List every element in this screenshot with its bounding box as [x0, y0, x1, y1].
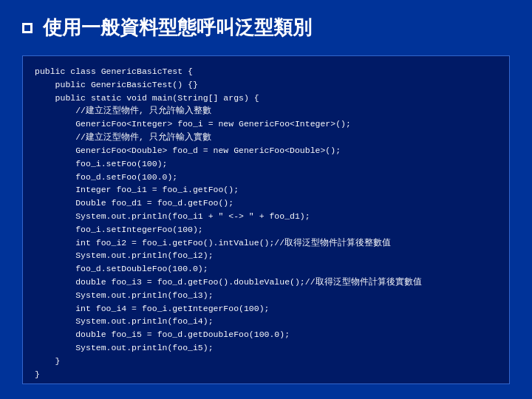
slide-title: 使用一般資料型態呼叫泛型類別 — [43, 15, 312, 41]
code-content: public class GenericBasicTest { public G… — [35, 65, 497, 381]
code-box: public class GenericBasicTest { public G… — [22, 55, 510, 384]
title-row: 使用一般資料型態呼叫泛型類別 — [22, 15, 510, 41]
slide: 使用一般資料型態呼叫泛型類別 public class GenericBasic… — [0, 0, 532, 399]
bullet-icon — [22, 23, 33, 33]
